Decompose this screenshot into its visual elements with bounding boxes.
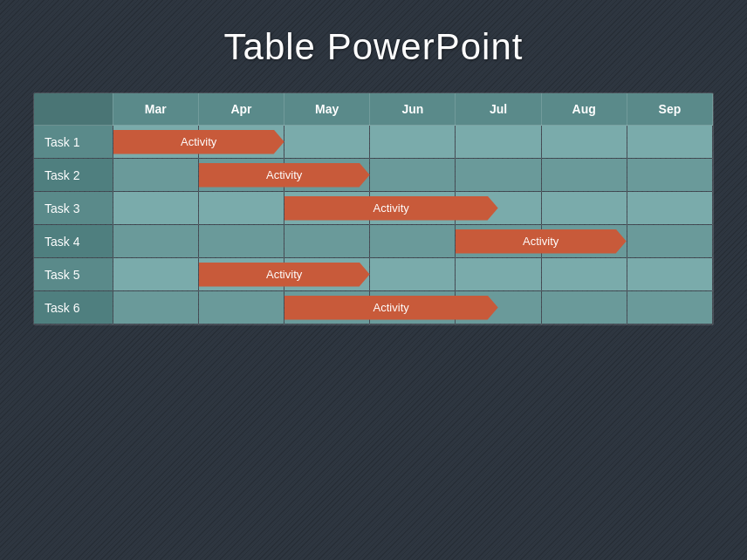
month-cell (627, 159, 712, 192)
task-label: Task 3 (34, 192, 113, 225)
task-label: Task 1 (34, 126, 113, 159)
month-cell (198, 192, 284, 225)
activity-bar: Activity (113, 130, 284, 154)
header-row: Mar Apr May Jun Jul Aug Sep (34, 93, 713, 126)
month-cell (370, 258, 456, 291)
month-cell (541, 159, 627, 192)
table-row: Task 5Activity (34, 258, 713, 291)
month-cell: Activity (113, 126, 198, 159)
month-cell (627, 225, 712, 258)
header-sep: Sep (627, 93, 712, 126)
gantt-chart: Mar Apr May Jun Jul Aug Sep Task 1Activi… (33, 92, 714, 325)
month-cell (198, 225, 284, 258)
header-aug: Aug (541, 93, 627, 126)
month-cell (370, 225, 456, 258)
month-cell (627, 126, 712, 159)
month-cell: Activity (113, 159, 198, 192)
header-jun: Jun (370, 93, 456, 126)
activity-bar: Activity (199, 263, 370, 287)
task-label: Task 4 (34, 225, 113, 258)
month-cell (541, 126, 627, 159)
month-cell (456, 258, 541, 291)
month-cell (456, 126, 541, 159)
activity-bar: Activity (284, 296, 498, 320)
activity-bar: Activity (284, 196, 498, 221)
table-row: Task 6Activity (34, 291, 713, 324)
month-cell (284, 225, 370, 258)
table-row: Task 3Activity (34, 192, 713, 225)
month-cell (456, 159, 541, 192)
month-cell (541, 258, 627, 291)
month-cell: Activity (113, 258, 198, 291)
month-cell: Activity (113, 192, 198, 225)
month-cell: Activity (113, 291, 198, 324)
month-cell: Activity (113, 225, 198, 258)
table-row: Task 2Activity (34, 159, 713, 192)
page-title: Table PowerPoint (224, 26, 524, 68)
task-label: Task 6 (34, 291, 113, 324)
table-row: Task 4Activity (34, 225, 713, 258)
header-jul: Jul (456, 93, 541, 126)
month-cell (541, 192, 627, 225)
month-cell (370, 159, 456, 192)
header-may: May (284, 93, 370, 126)
task-label: Task 2 (34, 159, 113, 192)
month-cell (627, 192, 712, 225)
header-mar: Mar (113, 93, 198, 126)
month-cell (627, 291, 712, 324)
task-label: Task 5 (34, 258, 113, 291)
header-apr: Apr (198, 93, 284, 126)
month-cell (627, 258, 712, 291)
activity-bar: Activity (456, 229, 627, 254)
month-cell (284, 126, 370, 159)
activity-bar: Activity (199, 163, 370, 188)
month-cell (198, 291, 284, 324)
table-row: Task 1Activity (34, 126, 713, 159)
gantt-table: Mar Apr May Jun Jul Aug Sep Task 1Activi… (34, 93, 713, 324)
month-cell (370, 126, 456, 159)
month-cell (541, 291, 627, 324)
header-task-col (34, 93, 113, 126)
